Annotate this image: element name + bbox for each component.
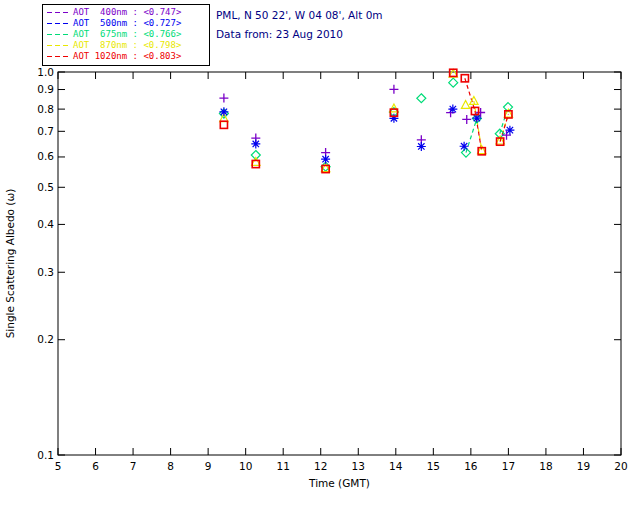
y-tick-label: 0.2 [37,333,54,345]
x-tick-label: 10 [239,460,252,472]
x-tick-label: 12 [314,460,327,472]
y-tick-label: 0.9 [37,83,54,95]
y-tick-label: 0.1 [37,449,54,461]
x-tick-label: 17 [502,460,515,472]
ssa-scatter-chart: 567891011121314151617181920Time (GMT)1.0… [0,0,640,512]
asterisk-marker [505,126,514,135]
x-tick-label: 7 [130,460,137,472]
plus-marker [219,94,228,103]
series-aot-500nm [219,105,514,164]
legend-label: AOT 870nm : <0.798> [73,40,181,51]
legend-label: AOT 400nm : <0.747> [73,7,181,18]
x-tick-label: 14 [389,460,403,472]
y-tick-label: 0.5 [37,181,54,193]
legend-label: AOT 675nm : <0.766> [73,29,181,40]
legend-dash-sample [47,12,69,14]
asterisk-marker [448,105,457,114]
legend-dash-sample [47,45,69,47]
x-tick-label: 15 [427,460,440,472]
asterisk-marker [219,107,228,116]
y-tick-label: 0.4 [37,218,54,230]
legend-item-870nm: AOT 870nm : <0.798> [47,40,205,51]
legend-box: AOT 400nm : <0.747>AOT 500nm : <0.727>AO… [42,4,210,66]
legend-dash-sample [47,34,69,36]
x-tick-label: 6 [92,460,99,472]
x-tick-label: 5 [55,460,62,472]
plus-marker [476,108,485,117]
diamond-marker [417,94,426,103]
x-tick-label: 9 [205,460,212,472]
legend-label: AOT 1020nm : <0.803> [73,51,181,62]
x-axis-title: Time (GMT) [308,477,370,489]
series-line-segment [466,119,477,153]
legend-dash-sample [47,56,69,58]
asterisk-marker [251,139,260,148]
series-aot-870nm [220,69,513,171]
y-axis-title: Single Scattering Albedo (ω) [4,189,16,339]
series-line-segment [465,78,475,111]
chart-header: PML, N 50 22', W 04 08', Alt 0m Data fro… [216,6,383,44]
triangle-marker [461,101,469,109]
asterisk-marker [460,142,469,151]
x-tick-label: 18 [539,460,552,472]
legend-item-500nm: AOT 500nm : <0.727> [47,18,205,29]
plus-marker [462,115,471,124]
x-tick-label: 16 [464,460,478,472]
y-tick-label: 0.6 [37,150,54,162]
x-tick-label: 20 [614,460,627,472]
axes-frame [58,72,621,455]
asterisk-marker [417,142,426,151]
station-location-text: PML, N 50 22', W 04 08', Alt 0m [216,6,383,25]
x-tick-label: 8 [167,460,174,472]
x-tick-label: 13 [352,460,365,472]
legend-dash-sample [47,23,69,25]
legend-item-1020nm: AOT 1020nm : <0.803> [47,51,205,62]
y-axis: 1.00.90.80.70.60.50.40.30.20.1Single Sca… [4,66,621,461]
x-tick-label: 11 [277,460,290,472]
diamond-marker [449,78,458,87]
x-tick-label: 19 [577,460,590,472]
x-axis: 567891011121314151617181920Time (GMT) [55,72,628,489]
plus-marker [389,85,398,94]
y-tick-label: 0.7 [37,125,54,137]
asterisk-marker [321,155,330,164]
legend-item-400nm: AOT 400nm : <0.747> [47,7,205,18]
legend-item-675nm: AOT 675nm : <0.766> [47,29,205,40]
y-tick-label: 0.8 [37,103,54,115]
legend-label: AOT 500nm : <0.727> [73,18,181,29]
data-date-text: Data from: 23 Aug 2010 [216,25,383,44]
y-tick-label: 0.3 [37,266,54,278]
y-tick-label: 1.0 [37,66,54,78]
series-aot-1020nm [220,69,512,172]
plot-window: AOT 400nm : <0.747>AOT 500nm : <0.727>AO… [0,0,640,512]
